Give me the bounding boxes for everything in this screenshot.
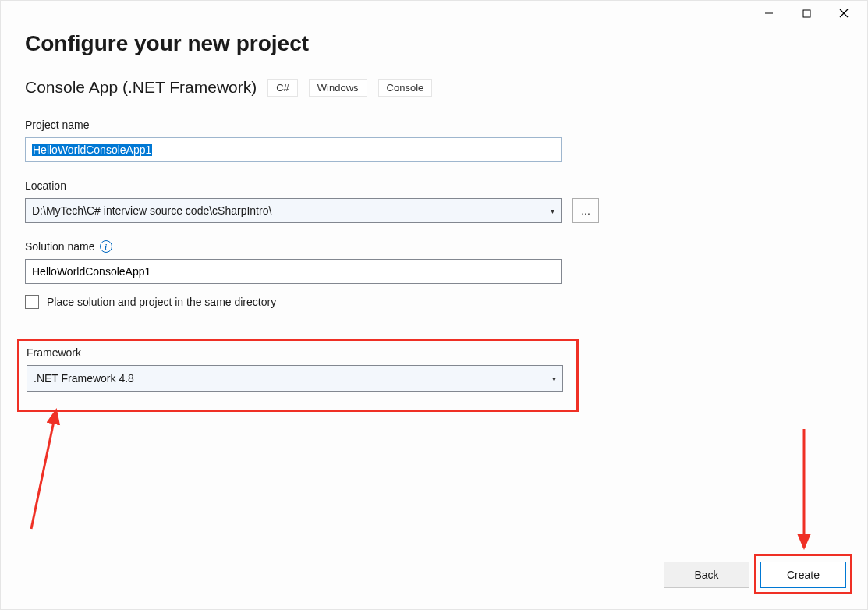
- tag-csharp: C#: [267, 79, 298, 97]
- project-name-value: HelloWorldConsoleApp1: [32, 144, 152, 156]
- location-label: Location: [25, 179, 843, 192]
- browse-button[interactable]: ...: [572, 198, 599, 223]
- window-titlebar: [751, 0, 862, 27]
- page-title: Configure your new project: [25, 31, 843, 56]
- location-group: Location D:\MyTech\C# interview source c…: [25, 179, 843, 223]
- solution-name-input[interactable]: [25, 259, 562, 284]
- solution-label-text: Solution name: [25, 240, 95, 253]
- template-header: Console App (.NET Framework) C# Windows …: [25, 78, 843, 97]
- same-directory-row: Place solution and project in the same d…: [25, 295, 843, 309]
- framework-dropdown[interactable]: .NET Framework 4.8 ▾: [27, 365, 563, 392]
- chevron-down-icon: ▾: [551, 207, 554, 215]
- tag-console: Console: [378, 79, 433, 97]
- solution-name-group: Solution name i Place solution and proje…: [25, 240, 843, 309]
- framework-label: Framework: [27, 346, 563, 359]
- location-value: D:\MyTech\C# interview source code\cShar…: [32, 204, 271, 217]
- info-icon[interactable]: i: [100, 240, 112, 253]
- back-button[interactable]: Back: [664, 562, 749, 588]
- annotation-create-highlight: [754, 554, 852, 594]
- close-button[interactable]: [826, 2, 862, 25]
- minimize-button[interactable]: [751, 2, 787, 25]
- project-name-group: Project name HelloWorldConsoleApp1: [25, 119, 843, 162]
- maximize-button[interactable]: [788, 2, 824, 25]
- svg-rect-1: [803, 10, 810, 17]
- content-area: Configure your new project Console App (…: [25, 31, 843, 326]
- solution-name-label: Solution name i: [25, 240, 843, 253]
- framework-value: .NET Framework 4.8: [34, 372, 134, 385]
- chevron-down-icon: ▾: [552, 374, 556, 383]
- template-name: Console App (.NET Framework): [25, 78, 257, 97]
- same-directory-checkbox[interactable]: [25, 295, 39, 309]
- tag-windows: Windows: [309, 79, 367, 97]
- framework-group: Framework .NET Framework 4.8 ▾: [27, 346, 563, 392]
- project-name-label: Project name: [25, 119, 843, 131]
- same-directory-label: Place solution and project in the same d…: [47, 296, 276, 308]
- location-dropdown[interactable]: D:\MyTech\C# interview source code\cShar…: [25, 198, 562, 223]
- project-name-input[interactable]: HelloWorldConsoleApp1: [25, 137, 562, 162]
